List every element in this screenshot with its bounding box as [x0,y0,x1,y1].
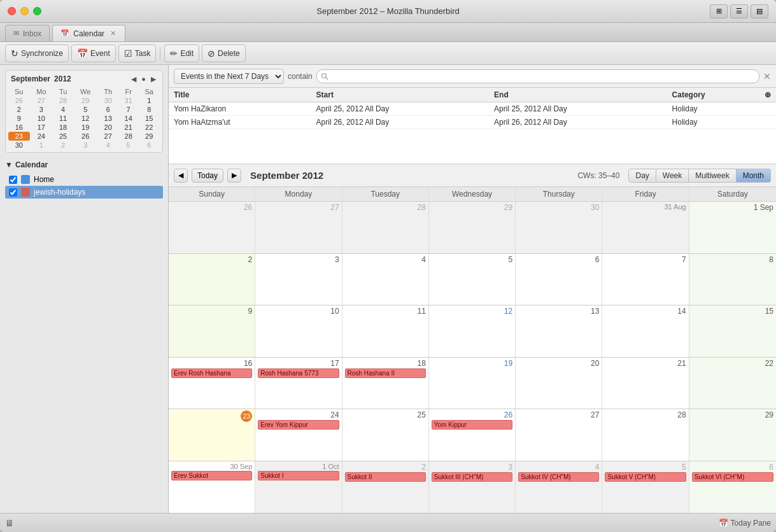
view-day-button[interactable]: Day [628,169,656,183]
event-chip[interactable]: Rosh Hashana 5773 [258,368,339,378]
event-chip[interactable]: Sukkot IV (CH"M) [518,472,599,482]
mini-cal-today[interactable]: ● [140,75,147,83]
mini-day[interactable]: 24 [30,132,53,141]
event-row[interactable]: Yom HaZikaron April 25, 2012 All Day Apr… [169,102,776,116]
event-row[interactable]: Yom HaAtzma'ut April 26, 2012 All Day Ap… [169,116,776,129]
day-cell[interactable]: 28 [602,409,689,461]
day-cell[interactable]: 4 Sukkot IV (CH"M) [516,461,602,514]
event-chip[interactable]: Erev Sukkot [171,471,252,480]
mini-day[interactable]: 20 [97,123,118,132]
mini-day[interactable]: 27 [30,96,53,105]
mini-day[interactable]: 5 [118,141,138,150]
delete-button[interactable]: ⊘ Delete [202,45,246,62]
mini-day[interactable]: 9 [8,114,30,123]
event-chip[interactable]: Sukkot III (CH"M) [432,472,512,482]
status-monitor-icon[interactable]: 🖥 [5,518,14,528]
mini-day[interactable]: 30 [97,96,118,105]
mini-day[interactable]: 3 [30,105,53,114]
mini-day[interactable]: 18 [53,123,73,132]
filter-dropdown[interactable]: Events in the Next 7 Days [174,69,284,84]
close-button[interactable] [8,7,16,15]
task-button[interactable]: ☑ Task [118,45,157,62]
event-chip[interactable]: Sukkot VI (CH"M) [692,472,773,482]
today-pane-button[interactable]: 📅 Today Pane [719,519,771,528]
mini-day[interactable]: 28 [118,132,138,141]
mini-day[interactable]: 28 [53,96,73,105]
day-cell[interactable]: 17 Rosh Hashana 5773 [255,358,342,409]
event-chip[interactable]: Erev Yom Kippur [258,420,339,430]
event-chip[interactable]: Yom Kippur [432,420,512,430]
day-cell[interactable]: 13 [516,305,602,357]
mini-day[interactable]: 15 [138,114,160,123]
mini-day-today[interactable]: 23 [8,132,30,141]
day-cell[interactable]: 6 [516,254,602,305]
day-cell[interactable]: 12 [429,305,516,357]
mini-day[interactable]: 8 [138,105,160,114]
sync-button[interactable]: ↻ Synchronize [5,45,69,62]
edit-button[interactable]: ✏ Edit [164,45,199,62]
view-multiweek-button[interactable]: Multiweek [689,169,736,183]
day-cell[interactable]: 26 Yom Kippur [429,409,516,461]
tab-calendar[interactable]: 📅 Calendar ✕ [52,25,125,41]
mini-day[interactable]: 1 [30,141,53,150]
day-cell[interactable]: 24 Erev Yom Kippur [255,409,342,461]
day-cell[interactable]: 19 [429,358,516,409]
day-cell[interactable]: 26 [169,202,255,253]
mini-day[interactable]: 17 [30,123,53,132]
day-cell[interactable]: 20 [516,358,602,409]
calendars-header[interactable]: ▼ Calendar [5,160,163,169]
mini-day[interactable]: 27 [97,132,118,141]
event-chip[interactable]: Rosh Hashana II [345,368,426,378]
mini-day[interactable]: 30 [8,141,30,150]
mini-day[interactable]: 14 [118,114,138,123]
event-chip[interactable]: Erev Rosh Hashana [171,368,252,378]
day-cell[interactable]: 10 [255,305,342,357]
day-cell[interactable]: 21 [602,358,689,409]
minimize-button[interactable] [20,7,29,15]
mini-day[interactable]: 26 [73,132,97,141]
mini-day[interactable]: 10 [30,114,53,123]
day-cell[interactable]: 30 [516,202,602,253]
day-cell[interactable]: 30 Sep Erev Sukkot [169,461,255,514]
mini-day[interactable]: 5 [73,105,97,114]
cal-next-button[interactable]: ▶ [227,169,241,183]
event-chip[interactable]: Sukkot I [258,471,339,480]
mini-day[interactable]: 12 [73,114,97,123]
mini-day[interactable]: 11 [53,114,73,123]
day-cell[interactable]: 18 Rosh Hashana II [342,358,429,409]
mini-day[interactable]: 26 [8,96,30,105]
day-cell[interactable]: 22 [689,358,776,409]
calendar-jewish-checkbox[interactable] [9,188,17,197]
view-week-button[interactable]: Week [656,169,689,183]
day-cell[interactable]: 1 Oct Sukkot I [255,461,342,514]
mini-day[interactable]: 4 [97,141,118,150]
filter-search-input[interactable] [316,69,759,83]
day-cell[interactable]: 5 [429,254,516,305]
close-filter-icon[interactable]: ✕ [763,71,771,81]
day-cell[interactable]: 25 [342,409,429,461]
day-cell[interactable]: 27 [255,202,342,253]
mini-day[interactable]: 16 [8,123,30,132]
view-month-button[interactable]: Month [737,169,771,183]
day-cell-today[interactable]: 23 [169,409,255,461]
calendar-item-jewish-holidays[interactable]: jewish-holidays [5,186,163,199]
layout-icon-btn[interactable]: ⊞ [710,4,728,18]
mini-day[interactable]: 21 [118,123,138,132]
maximize-button[interactable] [33,7,41,15]
day-cell[interactable]: 6 Sukkot VI (CH"M) [689,461,776,514]
event-chip[interactable]: Sukkot V (CH"M) [605,472,686,482]
mini-cal-next[interactable]: ▶ [150,75,157,83]
mini-day[interactable]: 1 [138,96,160,105]
calendar-item-home[interactable]: Home [5,173,163,186]
day-cell[interactable]: 16 Erev Rosh Hashana [169,358,255,409]
day-cell[interactable]: 14 [602,305,689,357]
day-cell[interactable]: 5 Sukkot V (CH"M) [602,461,689,514]
mini-day[interactable]: 31 [118,96,138,105]
day-cell[interactable]: 7 [602,254,689,305]
day-cell[interactable]: 29 [429,202,516,253]
tab-inbox[interactable]: ✉ Inbox [5,25,50,41]
mini-day[interactable]: 19 [73,123,97,132]
mini-day[interactable]: 2 [8,105,30,114]
mini-day[interactable]: 29 [73,96,97,105]
mini-day[interactable]: 25 [53,132,73,141]
